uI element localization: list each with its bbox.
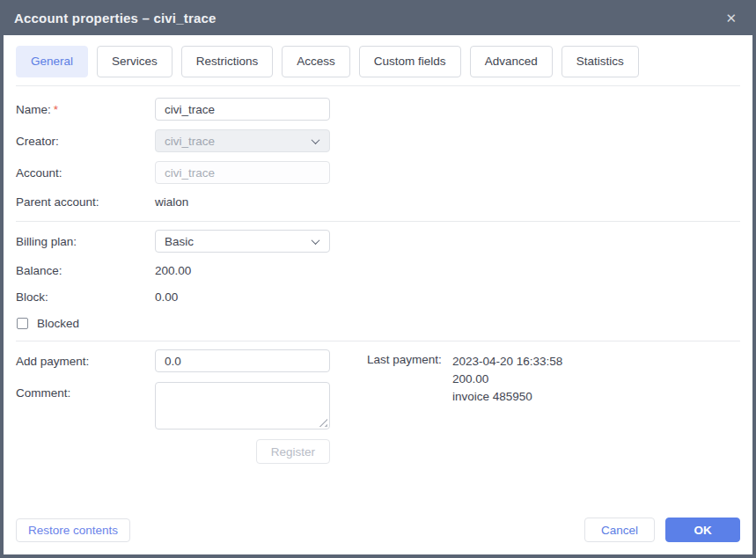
chevron-down-icon: [312, 236, 320, 245]
restore-contents-button[interactable]: Restore contents: [16, 518, 130, 542]
name-input[interactable]: [155, 98, 330, 121]
register-row: Register: [16, 439, 330, 464]
parent-account-row: Parent account: wialon: [16, 193, 740, 210]
register-button: Register: [256, 439, 330, 464]
tab-bar: General Services Restrictions Access Cus…: [4, 35, 752, 77]
tab-custom-fields[interactable]: Custom fields: [359, 46, 461, 77]
payment-section: Add payment: Comment: Register: [16, 349, 740, 464]
balance-row: Balance: 200.00: [16, 261, 740, 279]
blocked-checkbox[interactable]: [17, 318, 28, 329]
dialog-footer: Restore contents Cancel OK: [16, 518, 740, 542]
tab-statistics[interactable]: Statistics: [561, 46, 639, 77]
comment-field-wrap: [155, 382, 330, 430]
add-payment-label: Add payment:: [16, 355, 155, 368]
add-payment-input[interactable]: [155, 349, 330, 372]
add-payment-row: Add payment:: [16, 349, 330, 372]
chevron-down-icon: [312, 136, 320, 144]
comment-textarea[interactable]: [155, 382, 330, 430]
tab-access[interactable]: Access: [282, 46, 350, 77]
creator-select-value: civi_trace: [165, 135, 215, 148]
creator-select: civi_trace: [155, 129, 330, 152]
comment-label: Comment:: [16, 382, 155, 400]
parent-account-value: wialon: [155, 195, 188, 209]
last-payment-label: Last payment:: [367, 353, 452, 406]
balance-value: 200.00: [155, 264, 191, 277]
parent-account-label: Parent account:: [16, 195, 155, 209]
name-row: Name:*: [16, 98, 740, 121]
blocked-row: Blocked: [16, 315, 740, 331]
last-payment-values: 2023-04-20 16:33:58 200.00 invoice 48595…: [452, 353, 562, 406]
ok-button[interactable]: OK: [665, 518, 740, 542]
general-form: Name:* Creator: civi_trace Account: Pare…: [4, 98, 752, 464]
tab-restrictions[interactable]: Restrictions: [181, 46, 274, 77]
account-label: Account:: [16, 166, 155, 180]
tab-general[interactable]: General: [16, 46, 88, 77]
blocked-label: Blocked: [37, 317, 79, 330]
name-label: Name:*: [16, 103, 155, 116]
close-icon[interactable]: ✕: [720, 10, 742, 26]
block-label: Block:: [16, 290, 155, 304]
required-asterisk: *: [54, 103, 58, 116]
last-payment-invoice: invoice 485950: [452, 388, 562, 406]
cancel-button[interactable]: Cancel: [584, 518, 655, 542]
dialog-titlebar: Account properties – civi_trace ✕: [4, 0, 752, 35]
last-payment-amount: 200.00: [452, 371, 562, 388]
tab-services[interactable]: Services: [97, 46, 172, 77]
account-properties-dialog: Account properties – civi_trace ✕ Genera…: [0, 0, 756, 558]
block-row: Block: 0.00: [16, 288, 740, 305]
last-payment-block: Last payment: 2023-04-20 16:33:58 200.00…: [367, 349, 562, 406]
divider-top: [16, 85, 740, 86]
comment-row: Comment:: [16, 382, 330, 430]
billing-plan-label: Billing plan:: [16, 235, 155, 248]
billing-plan-select[interactable]: Basic: [155, 230, 330, 253]
last-payment-datetime: 2023-04-20 16:33:58: [452, 353, 562, 371]
creator-label: Creator:: [16, 135, 155, 148]
account-row: Account:: [16, 161, 740, 184]
dialog-content: General Services Restrictions Access Cus…: [4, 35, 752, 554]
billing-plan-select-value: Basic: [165, 235, 194, 248]
balance-label: Balance:: [16, 264, 155, 277]
dialog-title: Account properties – civi_trace: [14, 11, 720, 26]
divider-billing: [16, 221, 740, 222]
account-input: [155, 161, 330, 184]
block-value: 0.00: [155, 290, 178, 304]
creator-row: Creator: civi_trace: [16, 129, 740, 152]
billing-plan-row: Billing plan: Basic: [16, 230, 740, 253]
divider-payment: [16, 341, 740, 341]
payment-left-column: Add payment: Comment: Register: [16, 349, 330, 464]
tab-advanced[interactable]: Advanced: [470, 46, 553, 77]
